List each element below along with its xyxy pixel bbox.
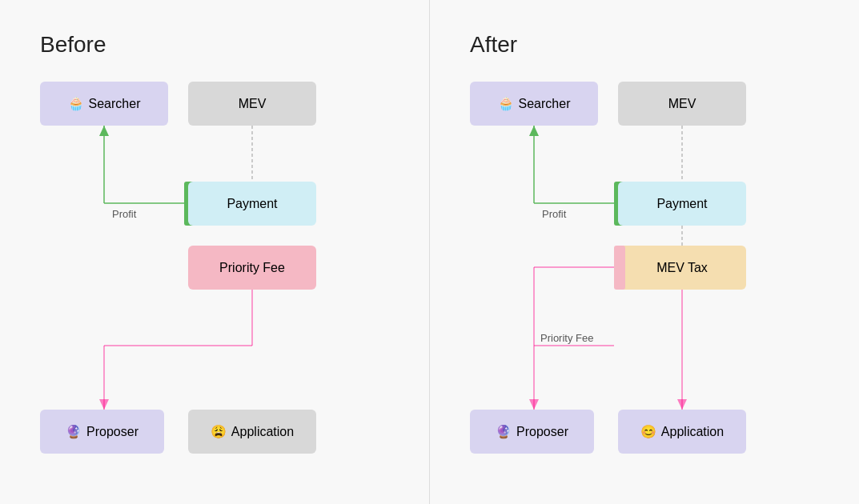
svg-text:Profit: Profit: [542, 208, 567, 220]
after-application-emoji: 😊: [640, 424, 656, 439]
before-searcher-emoji: 🧁: [68, 96, 84, 111]
before-application-emoji: 😩: [211, 424, 227, 439]
after-mev-tax-box: MEV Tax: [618, 246, 746, 290]
after-application-box: 😊 Application: [618, 410, 746, 454]
after-diagram: 🧁 Searcher MEV Payment MEV Tax 🔮: [470, 82, 774, 498]
before-payment-label: Payment: [227, 197, 277, 211]
after-payment-label: Payment: [656, 197, 707, 211]
after-application-label: Application: [661, 425, 724, 439]
svg-marker-16: [677, 399, 687, 410]
svg-marker-8: [99, 399, 109, 410]
main-container: Before 🧁 Searcher MEV Payment Priority F…: [0, 0, 859, 504]
before-diagram: 🧁 Searcher MEV Payment Priority Fee 🔮 Pr…: [40, 82, 344, 498]
after-panel: After 🧁 Searcher MEV Payment MEV Tax: [429, 0, 859, 504]
after-searcher-label: Searcher: [519, 97, 571, 111]
svg-marker-3: [99, 126, 109, 136]
after-pink-bar: [614, 246, 625, 290]
svg-marker-12: [529, 126, 539, 136]
svg-text:Priority Fee: Priority Fee: [540, 332, 593, 344]
before-proposer-emoji: 🔮: [66, 424, 82, 439]
svg-text:Profit: Profit: [112, 208, 137, 220]
after-mev-box: MEV: [618, 82, 746, 126]
before-proposer-box: 🔮 Proposer: [40, 410, 164, 454]
before-priority-fee-label: Priority Fee: [219, 261, 285, 275]
after-proposer-emoji: 🔮: [496, 424, 512, 439]
after-mev-label: MEV: [668, 97, 696, 111]
before-mev-box: MEV: [188, 82, 316, 126]
after-payment-box: Payment: [618, 182, 746, 226]
after-title: After: [470, 32, 835, 58]
before-panel: Before 🧁 Searcher MEV Payment Priority F…: [0, 0, 429, 504]
after-mev-tax-label: MEV Tax: [656, 261, 708, 275]
after-proposer-label: Proposer: [516, 425, 568, 439]
before-mev-label: MEV: [239, 97, 267, 111]
svg-marker-19: [529, 399, 539, 410]
before-searcher-box: 🧁 Searcher: [40, 82, 168, 126]
before-title: Before: [40, 32, 405, 58]
before-application-label: Application: [231, 425, 294, 439]
after-proposer-box: 🔮 Proposer: [470, 410, 594, 454]
before-application-box: 😩 Application: [188, 410, 316, 454]
before-payment-box: Payment: [188, 182, 316, 226]
after-searcher-emoji: 🧁: [498, 96, 514, 111]
before-searcher-label: Searcher: [89, 97, 141, 111]
before-priority-fee-box: Priority Fee: [188, 246, 316, 290]
after-searcher-box: 🧁 Searcher: [470, 82, 598, 126]
before-proposer-label: Proposer: [86, 425, 138, 439]
